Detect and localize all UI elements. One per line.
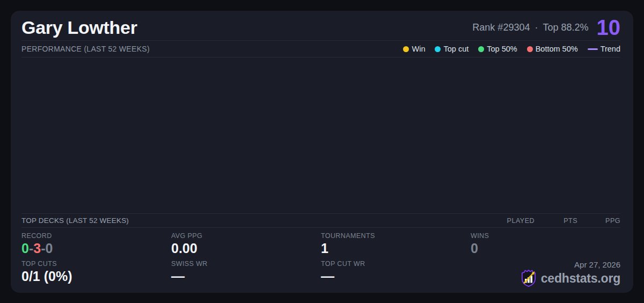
wins-value: 0: [471, 241, 620, 256]
swiss-wr-value: —: [171, 269, 321, 284]
record-wins: 0: [21, 241, 29, 256]
top-cuts-value: 0/1 (0%): [21, 269, 171, 284]
player-name: Gary Lowther: [21, 17, 137, 38]
stat-tournaments: TOURNAMENTS 1: [321, 232, 471, 260]
column-ppg: PPG: [577, 217, 620, 225]
player-stats-card: Gary Lowther Rank #29304 · Top 88.2% 10 …: [11, 11, 633, 293]
top-percent: Top 88.2%: [543, 22, 588, 33]
stats-grid: RECORD 0-3-0 AVG PPG 0.00 TOURNAMENTS 1 …: [21, 228, 620, 293]
legend-item-top-50: Top 50%: [478, 45, 517, 53]
score-value: 10: [597, 17, 621, 38]
top-cut-dot-icon: [435, 46, 441, 52]
brand: cedhstats.org: [521, 269, 620, 287]
rank-text: Rank #29304 · Top 88.2%: [472, 22, 588, 33]
top-decks-columns: PLAYED PTS PPG: [492, 217, 620, 225]
win-dot-icon: [403, 46, 409, 52]
top-50-dot-icon: [478, 46, 484, 52]
rank-separator: ·: [535, 22, 538, 33]
stat-record: RECORD 0-3-0: [21, 232, 171, 260]
stat-top-cuts: TOP CUTS 0/1 (0%): [21, 260, 171, 288]
report-date: Apr 27, 2026: [574, 260, 620, 269]
stat-avg-ppg: AVG PPG 0.00: [171, 232, 321, 260]
record-losses: 3: [33, 241, 41, 256]
performance-header: PERFORMANCE (LAST 52 WEEKS) Win Top cut …: [21, 41, 620, 57]
trend-line-icon: [588, 48, 598, 50]
footer: Apr 27, 2026 cedhstats.org: [471, 260, 620, 288]
stat-wins: WINS 0: [471, 232, 620, 260]
chart-legend: Win Top cut Top 50% Bottom 50% Trend: [403, 45, 620, 53]
avg-ppg-value: 0.00: [171, 241, 321, 256]
legend-item-bottom-50: Bottom 50%: [527, 45, 578, 53]
bottom-50-dot-icon: [527, 46, 533, 52]
legend-item-trend: Trend: [588, 45, 620, 53]
top-decks-header: TOP DECKS (LAST 52 WEEKS) PLAYED PTS PPG: [21, 213, 620, 228]
tournaments-value: 1: [321, 241, 471, 256]
card-header: Gary Lowther Rank #29304 · Top 88.2% 10: [21, 11, 620, 41]
legend-item-top-cut: Top cut: [435, 45, 469, 53]
stat-swiss-wr: SWISS WR —: [171, 260, 321, 288]
cedhstats-logo-icon: [521, 269, 537, 287]
record-value: 0-3-0: [21, 241, 171, 256]
performance-chart: [21, 57, 620, 213]
record-draws: 0: [45, 241, 53, 256]
performance-title: PERFORMANCE (LAST 52 WEEKS): [21, 45, 150, 53]
stat-top-cut-wr: TOP CUT WR —: [321, 260, 471, 288]
top-cut-wr-value: —: [321, 269, 471, 284]
column-pts: PTS: [535, 217, 577, 225]
brand-name: cedhstats.org: [541, 271, 620, 286]
header-rank-group: Rank #29304 · Top 88.2% 10: [472, 17, 620, 38]
column-played: PLAYED: [492, 217, 535, 225]
top-decks-title: TOP DECKS (LAST 52 WEEKS): [21, 217, 129, 225]
rank-number: Rank #29304: [472, 22, 530, 33]
legend-item-win: Win: [403, 45, 425, 53]
